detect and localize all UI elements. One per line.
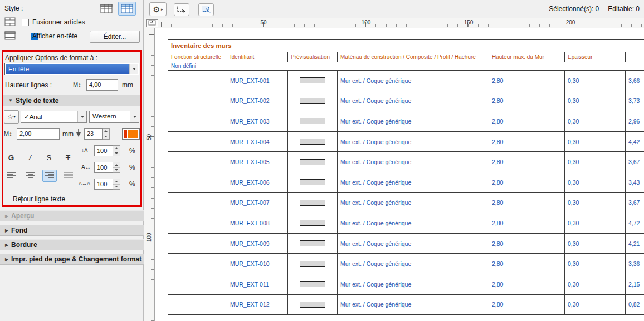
line-spacing-stepper[interactable]: [113, 145, 120, 156]
align-center-button[interactable]: [23, 170, 38, 182]
cell-material[interactable]: Mur ext. / Coque générique: [338, 111, 489, 131]
table-row[interactable]: MUR_EXT-007Mur ext. / Coque générique2,8…: [168, 193, 644, 214]
width-factor-stepper[interactable]: [113, 162, 120, 173]
settings-gear-button[interactable]: ⚙ ▸: [149, 2, 167, 16]
table-row[interactable]: MUR_EXT-004Mur ext. / Coque générique2,8…: [168, 132, 644, 152]
group-row[interactable]: Non défini: [168, 62, 644, 71]
cell-value[interactable]: 4,21: [626, 234, 644, 254]
cell-thickness[interactable]: 0,30: [565, 91, 626, 111]
cell-max-height[interactable]: 2,80: [489, 193, 565, 213]
font-size-input[interactable]: 2,00: [17, 128, 60, 140]
cell-thickness[interactable]: 0,30: [565, 193, 626, 213]
cell-material[interactable]: Mur ext. / Coque générique: [338, 132, 489, 152]
cell-preview[interactable]: [288, 254, 338, 274]
cell-value[interactable]: 2,96: [626, 111, 644, 131]
pen-color-swatch-button[interactable]: [122, 128, 140, 140]
cell-value[interactable]: 0,82: [626, 295, 644, 315]
strikethrough-button[interactable]: T: [60, 151, 76, 165]
cell-max-height[interactable]: 2,80: [489, 172, 565, 192]
cell-structural-function[interactable]: [168, 91, 227, 111]
cell-material[interactable]: Mur ext. / Coque générique: [338, 172, 489, 192]
column-header[interactable]: Prévisualisation: [288, 52, 338, 62]
cell-value[interactable]: 4,72: [626, 213, 644, 233]
cell-structural-function[interactable]: [168, 274, 227, 294]
cell-structural-function[interactable]: [168, 295, 227, 315]
cell-thickness[interactable]: 0,30: [565, 152, 626, 172]
align-right-button[interactable]: [42, 170, 57, 182]
column-header[interactable]: Matériau de construction / Composite / P…: [338, 52, 489, 62]
section-footer-format[interactable]: ▶ Impr. pied de page & Changement format: [0, 254, 144, 265]
italic-button[interactable]: /: [22, 151, 38, 165]
cell-identifier[interactable]: MUR_EXT-010: [227, 254, 288, 274]
section-fond[interactable]: ▶ Fond: [0, 225, 144, 236]
cell-identifier[interactable]: MUR_EXT-005: [227, 152, 288, 172]
cell-thickness[interactable]: 0,30: [565, 132, 626, 152]
width-factor-field[interactable]: 100: [94, 162, 120, 173]
cell-thickness[interactable]: 0,30: [565, 71, 626, 91]
underline-button[interactable]: S: [41, 151, 57, 165]
cell-material[interactable]: Mur ext. / Coque générique: [338, 213, 489, 233]
cell-structural-function[interactable]: [168, 234, 227, 254]
table-view-button-selected[interactable]: [118, 2, 136, 16]
table-row[interactable]: MUR_EXT-012Mur ext. / Coque générique2,8…: [168, 295, 644, 315]
align-left-button[interactable]: [4, 170, 19, 182]
font-family-dropdown[interactable]: ✓Arial: [21, 111, 87, 123]
cell-max-height[interactable]: 2,80: [489, 295, 565, 315]
cell-preview[interactable]: [288, 132, 338, 152]
cell-max-height[interactable]: 2,80: [489, 234, 565, 254]
merge-items-checkbox[interactable]: [22, 19, 29, 26]
cell-thickness[interactable]: 0,30: [565, 274, 626, 294]
row-height-input[interactable]: 4,00: [86, 79, 118, 91]
table-row[interactable]: MUR_EXT-005Mur ext. / Coque générique2,8…: [168, 152, 644, 172]
cell-max-height[interactable]: 2,80: [489, 152, 565, 172]
cell-identifier[interactable]: MUR_EXT-009: [227, 234, 288, 254]
cell-max-height[interactable]: 2,80: [489, 111, 565, 131]
bold-button[interactable]: G: [3, 151, 19, 165]
cell-material[interactable]: Mur ext. / Coque générique: [338, 295, 489, 315]
cell-preview[interactable]: [288, 152, 338, 172]
pen-number-field[interactable]: 23: [84, 128, 110, 140]
table-row[interactable]: MUR_EXT-003Mur ext. / Coque générique2,8…: [168, 111, 644, 132]
encoding-dropdown[interactable]: Western: [89, 111, 139, 123]
cell-preview[interactable]: [288, 172, 338, 192]
width-factor-input[interactable]: 100: [94, 162, 113, 173]
column-header[interactable]: Epaisseur: [565, 52, 626, 62]
cell-value[interactable]: 3,43: [626, 172, 644, 192]
cell-max-height[interactable]: 2,80: [489, 71, 565, 91]
cell-max-height[interactable]: 2,80: [489, 274, 565, 294]
cell-identifier[interactable]: MUR_EXT-008: [227, 213, 288, 233]
cell-identifier[interactable]: MUR_EXT-006: [227, 172, 288, 192]
pen-number-input[interactable]: 23: [84, 128, 103, 140]
cell-value[interactable]: 3,67: [626, 152, 644, 172]
cell-structural-function[interactable]: [168, 193, 227, 213]
cell-value[interactable]: 2,15: [626, 274, 644, 294]
highlight-selection-button[interactable]: [198, 3, 214, 16]
table-row[interactable]: MUR_EXT-002Mur ext. / Coque générique2,8…: [168, 91, 644, 112]
cell-max-height[interactable]: 2,80: [489, 213, 565, 233]
cell-max-height[interactable]: 2,80: [489, 254, 565, 274]
cell-identifier[interactable]: MUR_EXT-001: [227, 71, 288, 91]
cell-structural-function[interactable]: [168, 152, 227, 172]
cell-thickness[interactable]: 0,30: [565, 111, 626, 131]
cell-material[interactable]: Mur ext. / Coque générique: [338, 234, 489, 254]
cell-identifier[interactable]: MUR_EXT-002: [227, 91, 288, 111]
cell-max-height[interactable]: 2,80: [489, 91, 565, 111]
cell-max-height[interactable]: 2,80: [489, 132, 565, 152]
table-row[interactable]: MUR_EXT-006Mur ext. / Coque générique2,8…: [168, 172, 644, 193]
column-header[interactable]: Fonction structurelle: [168, 52, 227, 62]
cell-value[interactable]: 3,67: [626, 193, 644, 213]
cell-structural-function[interactable]: [168, 111, 227, 131]
cell-identifier[interactable]: MUR_EXT-004: [227, 132, 288, 152]
cell-value[interactable]: 3,73: [626, 91, 644, 111]
cell-material[interactable]: Mur ext. / Coque générique: [338, 71, 489, 91]
cell-identifier[interactable]: MUR_EXT-007: [227, 193, 288, 213]
table-view-button[interactable]: [99, 2, 114, 16]
cell-thickness[interactable]: 0,30: [565, 254, 626, 274]
line-spacing-field[interactable]: 100: [94, 145, 120, 156]
cell-material[interactable]: Mur ext. / Coque générique: [338, 152, 489, 172]
ruler-origin-button[interactable]: [146, 19, 158, 27]
cell-material[interactable]: Mur ext. / Coque générique: [338, 193, 489, 213]
cell-material[interactable]: Mur ext. / Coque générique: [338, 91, 489, 111]
cell-structural-function[interactable]: [168, 254, 227, 274]
edit-header-button[interactable]: Éditer...: [90, 31, 140, 43]
